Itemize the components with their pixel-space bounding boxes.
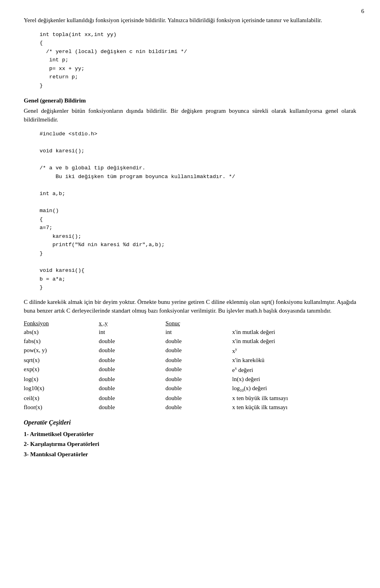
table-row: log10(x)doubledoublelog10(x) değeri (24, 384, 356, 394)
operator-section: Operatör Çeşitleri 1- Aritmetiksel Opera… (24, 419, 356, 460)
table-header-desc (232, 319, 356, 328)
result-cell: double (165, 337, 232, 346)
result-cell: int (165, 328, 232, 337)
desc-cell: ex değeri (232, 365, 356, 375)
table-row: pow(x, y)doubledoublexy (24, 346, 356, 356)
xy-cell: double (99, 356, 165, 365)
func-cell: fabs(x) (24, 337, 99, 346)
func-cell: sqrt(x) (24, 356, 99, 365)
table-row: floor(x)doubledoublex ten küçük ilk tams… (24, 403, 356, 412)
table-row: fabs(x)doubledoublex'in mutlak değeri (24, 337, 356, 346)
result-cell: double (165, 356, 232, 365)
func-cell: floor(x) (24, 403, 99, 412)
code-block-1: int topla(int xx,int yy) { /* yerel (loc… (40, 30, 356, 90)
desc-cell: x'in mutlak değeri (232, 328, 356, 337)
desc-cell: x'in karekökü (232, 356, 356, 365)
math-para1: C dilinde karekök almak için bir deyim y… (24, 298, 356, 315)
operator-item: 3- Mantıksal Operatörler (24, 450, 356, 460)
func-cell: pow(x, y) (24, 346, 99, 356)
table-row: ceil(x)doubledoublex ten büyük ilk tamsa… (24, 394, 356, 403)
table-row: sqrt(x)doubledoublex'in karekökü (24, 356, 356, 365)
genel-para1: Genel değişkenler bütün fonksiyonların d… (24, 106, 356, 124)
result-cell: double (165, 394, 232, 403)
xy-cell: int (99, 328, 165, 337)
table-row: exp(x)doubledoubleex değeri (24, 365, 356, 375)
func-cell: ceil(x) (24, 394, 99, 403)
result-cell: double (165, 384, 232, 394)
desc-cell: ln(x) değeri (232, 375, 356, 384)
desc-cell: x ten küçük ilk tamsayı (232, 403, 356, 412)
result-cell: double (165, 403, 232, 412)
result-cell: double (165, 346, 232, 356)
func-cell: abs(x) (24, 328, 99, 337)
xy-cell: double (99, 337, 165, 346)
table-header-func: Fonksiyon (24, 319, 99, 328)
desc-cell: log10(x) değeri (232, 384, 356, 394)
xy-cell: double (99, 375, 165, 384)
table-row: log(x)doubledoubleln(x) değeri (24, 375, 356, 384)
result-cell: double (165, 365, 232, 375)
intro-para: Yerel değişkenler kullanıldığı fonksiyon… (24, 16, 356, 25)
xy-cell: double (99, 365, 165, 375)
xy-cell: double (99, 394, 165, 403)
page-number: 6 (361, 8, 365, 15)
table-header-result: Sonuç (165, 319, 232, 328)
xy-cell: double (99, 384, 165, 394)
table-row: abs(x)intintx'in mutlak değeri (24, 328, 356, 337)
operator-item: 1- Aritmetiksel Operatörler (24, 429, 356, 440)
operator-list: 1- Aritmetiksel Operatörler2- Karşılaştı… (24, 429, 356, 460)
result-cell: double (165, 375, 232, 384)
xy-cell: double (99, 346, 165, 356)
code-block-2: #include <stdio.h> void karesi(); /* a v… (40, 130, 356, 292)
func-cell: log10(x) (24, 384, 99, 394)
table-header-xy: x ,y (99, 319, 165, 328)
xy-cell: double (99, 403, 165, 412)
desc-cell: xy (232, 346, 356, 356)
operator-item: 2- Karşılaştırma Operatörleri (24, 439, 356, 450)
func-cell: exp(x) (24, 365, 99, 375)
genel-title: Genel (general) Bildirim (24, 97, 356, 104)
functions-table: Fonksiyon x ,y Sonuç abs(x)intintx'in mu… (24, 319, 356, 412)
operator-title: Operatör Çeşitleri (24, 419, 356, 426)
desc-cell: x ten büyük ilk tamsayı (232, 394, 356, 403)
func-cell: log(x) (24, 375, 99, 384)
desc-cell: x'in mutlak değeri (232, 337, 356, 346)
